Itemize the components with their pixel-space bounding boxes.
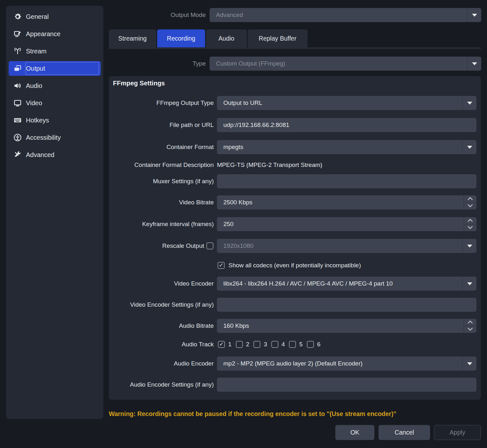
- video-encoder-settings-input[interactable]: [217, 298, 476, 312]
- audio-track-2-checkbox[interactable]: [236, 341, 243, 348]
- chevron-up-icon: [468, 321, 473, 326]
- sidebar-item-video[interactable]: Video: [9, 96, 101, 110]
- gear-icon: [13, 12, 22, 21]
- audio-bitrate-value: 160 Kbps: [223, 322, 249, 329]
- audio-track-5: 5: [289, 341, 303, 348]
- video-bitrate-spinbox[interactable]: 2500 Kbps: [217, 195, 476, 209]
- container-format-select[interactable]: mpegts: [217, 140, 476, 154]
- audio-encoder-settings-row: Audio Encoder Settings (if any): [109, 378, 481, 392]
- audio-track-6-label: 6: [317, 341, 321, 348]
- sidebar-item-accessibility[interactable]: Accessibility: [9, 130, 101, 145]
- spin-down-button[interactable]: [464, 326, 476, 333]
- keyframe-interval-value: 250: [223, 221, 234, 228]
- chevron-down-icon: [472, 14, 477, 17]
- audio-track-5-label: 5: [299, 341, 303, 348]
- spinner-buttons: [464, 217, 476, 231]
- tab-label: Streaming: [118, 35, 147, 42]
- ffmpeg-output-type-select[interactable]: Output to URL: [217, 96, 476, 110]
- audio-encoder-row: Audio Encoder mp2 - MP2 (MPEG audio laye…: [109, 357, 481, 371]
- type-label: Type: [109, 60, 206, 67]
- container-format-row: Container Format mpegts: [109, 140, 481, 154]
- audio-bitrate-spinbox[interactable]: 160 Kbps: [217, 319, 476, 333]
- type-row: Type Custom Output (FFmpeg): [109, 57, 481, 71]
- tab-streaming[interactable]: Streaming: [109, 29, 156, 47]
- ok-button[interactable]: OK: [335, 425, 374, 440]
- tools-icon: [13, 151, 22, 159]
- audio-track-3-checkbox[interactable]: [253, 341, 260, 348]
- audio-track-3-label: 3: [264, 341, 267, 348]
- sidebar-item-label: Advanced: [26, 151, 54, 159]
- chevron-down-icon: [468, 326, 473, 331]
- dropdown-arrow-button[interactable]: [462, 140, 476, 154]
- audio-encoder-value: mp2 - MP2 (MPEG audio layer 2) (Default …: [223, 360, 363, 367]
- audio-bitrate-label: Audio Bitrate: [109, 322, 214, 329]
- audio-encoder-settings-input[interactable]: [217, 378, 476, 392]
- container-desc-label: Container Format Description: [109, 161, 214, 169]
- sidebar-item-stream[interactable]: Stream: [9, 44, 101, 59]
- audio-track-5-checkbox[interactable]: [289, 341, 296, 348]
- tab-label: Recording: [167, 35, 196, 42]
- sidebar-item-advanced[interactable]: Advanced: [9, 147, 101, 162]
- output-mode-select: Advanced: [210, 8, 481, 22]
- tab-replay-buffer[interactable]: Replay Buffer: [248, 29, 307, 47]
- audio-track-label: Audio Track: [109, 341, 214, 348]
- spin-down-button[interactable]: [464, 203, 476, 210]
- show-all-codecs-checkbox[interactable]: [218, 262, 225, 269]
- sidebar-item-hotkeys[interactable]: Hotkeys: [9, 113, 101, 128]
- video-bitrate-label: Video Bitrate: [109, 199, 214, 206]
- audio-track-3: 3: [253, 341, 267, 348]
- tab-audio[interactable]: Audio: [206, 29, 247, 47]
- muxer-settings-row: Muxer Settings (if any): [109, 174, 481, 188]
- audio-track-4-checkbox[interactable]: [271, 341, 278, 348]
- sidebar-item-output[interactable]: Output: [9, 61, 101, 76]
- cancel-button[interactable]: Cancel: [379, 425, 430, 440]
- speaker-icon: [13, 82, 22, 90]
- chevron-down-icon: [468, 202, 473, 207]
- audio-track-6: 6: [307, 341, 321, 348]
- chevron-down-icon: [467, 282, 472, 285]
- video-encoder-select[interactable]: libx264 - libx264 H.264 / AVC / MPEG-4 A…: [217, 277, 476, 291]
- audio-encoder-select[interactable]: mp2 - MP2 (MPEG audio layer 2) (Default …: [217, 357, 476, 371]
- audio-track-row: Audio Track 1 2 3 4 5: [109, 340, 481, 349]
- sidebar-item-audio[interactable]: Audio: [9, 78, 101, 93]
- type-select: Custom Output (FFmpeg): [210, 57, 481, 71]
- rescale-output-checkbox[interactable]: [206, 242, 213, 249]
- spin-up-button[interactable]: [464, 217, 476, 224]
- sidebar-item-general[interactable]: General: [9, 9, 101, 24]
- audio-track-2-label: 2: [246, 341, 250, 348]
- container-desc-row: Container Format Description MPEG-TS (MP…: [109, 158, 481, 172]
- sidebar-item-label: Audio: [26, 82, 42, 90]
- keyframe-interval-spinbox[interactable]: 250: [217, 217, 476, 231]
- tab-recording[interactable]: Recording: [157, 29, 205, 47]
- muxer-settings-input[interactable]: [217, 174, 476, 188]
- dropdown-arrow-button[interactable]: [462, 277, 476, 291]
- file-path-input[interactable]: udp://192.168.66.2:8081: [217, 118, 476, 132]
- spin-down-button[interactable]: [464, 224, 476, 232]
- video-bitrate-row: Video Bitrate 2500 Kbps: [109, 195, 481, 209]
- tab-label: Replay Buffer: [259, 35, 297, 42]
- audio-track-6-checkbox[interactable]: [307, 341, 314, 348]
- sidebar-item-label: General: [26, 13, 49, 20]
- monitor-icon: [13, 99, 22, 107]
- apply-button[interactable]: Apply: [434, 425, 481, 440]
- video-encoder-row: Video Encoder libx264 - libx264 H.264 / …: [109, 277, 481, 291]
- rescale-output-label: Rescale Output: [109, 242, 204, 249]
- rescale-resolution-value: 1920x1080: [223, 242, 253, 249]
- file-path-value: udp://192.168.66.2:8081: [223, 122, 289, 129]
- settings-sidebar: General Appearance Stream Output: [6, 6, 103, 419]
- keyframe-interval-row: Keyframe interval (frames) 250: [109, 217, 481, 231]
- spin-up-button[interactable]: [464, 319, 476, 326]
- audio-track-1-checkbox[interactable]: [218, 341, 225, 348]
- accessibility-icon: [13, 133, 22, 142]
- show-all-codecs-label: Show all codecs (even if potentially inc…: [228, 262, 361, 269]
- show-all-codecs-row: Show all codecs (even if potentially inc…: [218, 261, 361, 270]
- focus-ring: [25, 62, 99, 75]
- sidebar-item-appearance[interactable]: Appearance: [9, 27, 101, 41]
- audio-bitrate-row: Audio Bitrate 160 Kbps: [109, 319, 481, 333]
- spin-up-button[interactable]: [464, 195, 476, 203]
- chevron-up-icon: [468, 219, 473, 224]
- video-encoder-value: libx264 - libx264 H.264 / AVC / MPEG-4 A…: [223, 280, 393, 287]
- dropdown-arrow-button[interactable]: [462, 357, 476, 371]
- dropdown-arrow-button[interactable]: [462, 96, 476, 110]
- output-icon: [13, 64, 22, 73]
